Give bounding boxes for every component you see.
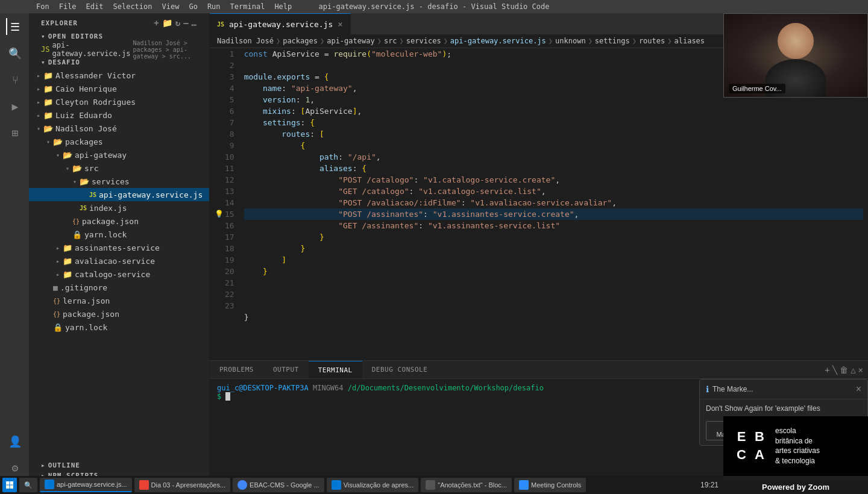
- taskbar-start-button[interactable]: [2, 478, 17, 492]
- panel-maximize-icon[interactable]: △: [851, 365, 855, 375]
- file-package-json[interactable]: {} package.json: [29, 307, 209, 320]
- menu-file[interactable]: File: [59, 2, 77, 11]
- menu-selection[interactable]: Selection: [113, 2, 153, 11]
- panel-add-icon[interactable]: +: [825, 365, 829, 375]
- explorer-activity-icon[interactable]: ☰: [6, 18, 23, 35]
- outline-section[interactable]: ▸ OUTLINE: [29, 460, 209, 471]
- breadcrumb-item[interactable]: Nadilson José: [217, 37, 274, 45]
- file-api-gateway-service[interactable]: JS api-gateway.service.js: [29, 188, 209, 201]
- extensions-activity-icon[interactable]: ⊞: [6, 124, 23, 141]
- file-yarn-lock-gw[interactable]: 🔒 yarn.lock: [29, 228, 209, 241]
- refresh-icon[interactable]: ↻: [175, 18, 181, 28]
- folder-cleyton-rodrigues[interactable]: ▸ 📁 Cleyton Rodrigues: [29, 95, 209, 108]
- breadcrumb-sep: ❯: [400, 37, 404, 45]
- breadcrumb-sep: ❯: [632, 37, 637, 45]
- lock-file-icon: 🔒: [53, 323, 63, 332]
- tab-file-icon: JS: [217, 21, 224, 28]
- taskbar-chrome-cms[interactable]: EBAC-CMS - Google ...: [233, 478, 324, 492]
- desafio-label: DESAFIO: [48, 58, 80, 66]
- tab-close-icon[interactable]: ×: [338, 19, 342, 29]
- folder-avaliacao-service[interactable]: ▸ 📁 avaliacao-service: [29, 254, 209, 267]
- open-editors-item[interactable]: JS api-gateway.service.js Nadilson José …: [29, 43, 209, 56]
- breadcrumb-item[interactable]: routes: [639, 37, 665, 45]
- folder-caio-henrique[interactable]: ▸ 📁 Caio Henrique: [29, 82, 209, 95]
- folder-catalogo-service[interactable]: ▸ 📁 catalogo-service: [29, 267, 209, 281]
- tab-api-gateway-service[interactable]: JS api-gateway.service.js ×: [210, 13, 351, 34]
- file-index-js[interactable]: JS index.js: [29, 201, 209, 214]
- breadcrumb-sep: ❯: [320, 37, 324, 45]
- taskbar-vscode[interactable]: api-gateway.service.js...: [40, 478, 132, 492]
- menu-run[interactable]: Run: [207, 2, 221, 11]
- folder-luiz-eduardo[interactable]: ▸ 📁 Luiz Eduardo: [29, 108, 209, 122]
- file-lerna-json[interactable]: {} lerna.json: [29, 294, 209, 307]
- folder-label: src: [84, 164, 98, 173]
- breadcrumb-item[interactable]: aliases: [674, 37, 705, 45]
- breadcrumb-item[interactable]: packages: [283, 37, 318, 45]
- menu-go[interactable]: Go: [189, 2, 197, 11]
- breadcrumb-item[interactable]: settings: [595, 37, 630, 45]
- lightbulb-icon[interactable]: 💡: [215, 208, 224, 220]
- menu-edit[interactable]: Edit: [86, 2, 104, 11]
- panel-trash-icon[interactable]: 🗑: [840, 365, 848, 375]
- breadcrumb-item[interactable]: unknown: [555, 37, 586, 45]
- debug-activity-icon[interactable]: ▶: [6, 98, 23, 114]
- search-activity-icon[interactable]: 🔍: [6, 45, 23, 61]
- file-spacer: [43, 324, 53, 331]
- folder-label: packages: [65, 137, 103, 146]
- folder-alessander-victor[interactable]: ▸ 📁 Alessander Victor: [29, 69, 209, 82]
- collapse-icon[interactable]: —: [183, 18, 189, 28]
- taskbar-presentation[interactable]: Visualização de apres...: [327, 478, 419, 492]
- taskbar-search-icon: 🔍: [24, 481, 33, 489]
- file-gitignore[interactable]: ■ .gitignore: [29, 281, 209, 294]
- breadcrumb-item[interactable]: api-gateway: [327, 37, 374, 45]
- taskbar-time: 19:21: [700, 481, 721, 489]
- folder-arrow-open: ▾: [34, 125, 43, 132]
- outline-arrow: ▸: [41, 461, 46, 469]
- folder-services[interactable]: ▾ 📂 services: [29, 175, 209, 188]
- folder-nadilson-jose[interactable]: ▾ 📂 Nadilson José: [29, 122, 209, 135]
- breadcrumb-item[interactable]: src: [384, 37, 397, 45]
- file-package-json-gw[interactable]: {} package.json: [29, 214, 209, 228]
- panel-tab-problems[interactable]: PROBLEMS: [210, 361, 263, 378]
- breadcrumb-item[interactable]: services: [406, 37, 441, 45]
- folder-assinantes-service[interactable]: ▸ 📁 assinantes-service: [29, 241, 209, 254]
- folder-label: api-gateway: [75, 151, 127, 160]
- sidebar: EXPLORER + 📁 ↻ — … ▾ OPEN EDITORS JS api…: [29, 13, 210, 481]
- panel-tab-output[interactable]: OUTPUT: [263, 361, 309, 378]
- panel-close-icon[interactable]: ×: [858, 365, 863, 375]
- taskbar-slides[interactable]: Dia 03 - Apresentações...: [134, 478, 231, 492]
- sidebar-header: EXPLORER + 📁 ↻ — …: [29, 13, 209, 30]
- menu-help[interactable]: Help: [274, 2, 292, 11]
- menu-fon[interactable]: Fon: [36, 2, 49, 11]
- windows-icon: [6, 481, 13, 489]
- source-control-activity-icon[interactable]: ⑂: [6, 71, 23, 88]
- folder-open-icon: 📂: [63, 151, 72, 160]
- folder-label: Cleyton Rodrigues: [55, 98, 136, 107]
- new-folder-icon[interactable]: 📁: [162, 18, 173, 28]
- taskbar-meeting[interactable]: Meeting Controls: [514, 478, 586, 492]
- new-file-icon[interactable]: +: [154, 18, 159, 28]
- folder-arrow: ▸: [34, 112, 43, 119]
- notification-close-icon[interactable]: ×: [856, 384, 861, 394]
- folder-packages[interactable]: ▾ 📂 packages: [29, 135, 209, 148]
- settings-activity-icon[interactable]: ⚙: [6, 459, 23, 476]
- panel-tab-debug-console[interactable]: DEBUG CONSOLE: [362, 361, 438, 378]
- menu-view[interactable]: View: [162, 2, 180, 11]
- file-yarn-lock[interactable]: 🔒 yarn.lock: [29, 320, 209, 334]
- breadcrumb-sep: ❯: [549, 37, 553, 45]
- menu-terminal[interactable]: Terminal: [230, 2, 265, 11]
- more-icon[interactable]: …: [192, 18, 197, 28]
- panel-split-icon[interactable]: ╲: [832, 365, 837, 375]
- folder-arrow-open: ▾: [43, 139, 53, 145]
- breadcrumb-item[interactable]: api-gateway.service.js: [450, 37, 546, 45]
- menu-bar[interactable]: Fon File Edit Selection View Go Run Term…: [36, 2, 292, 11]
- folder-src[interactable]: ▾ 📂 src: [29, 161, 209, 175]
- desafio-section[interactable]: ▾ DESAFIO: [29, 56, 209, 69]
- taskbar-notepad[interactable]: "Anotações.txt" - Bloc...: [421, 478, 512, 492]
- file-spacer: [80, 192, 89, 198]
- gitignore-file-icon: ■: [53, 283, 58, 292]
- panel-tab-terminal[interactable]: TERMINAL: [309, 361, 362, 378]
- folder-api-gateway[interactable]: ▾ 📂 api-gateway: [29, 148, 209, 161]
- taskbar-search[interactable]: 🔍: [19, 478, 37, 492]
- account-activity-icon[interactable]: 👤: [6, 433, 23, 449]
